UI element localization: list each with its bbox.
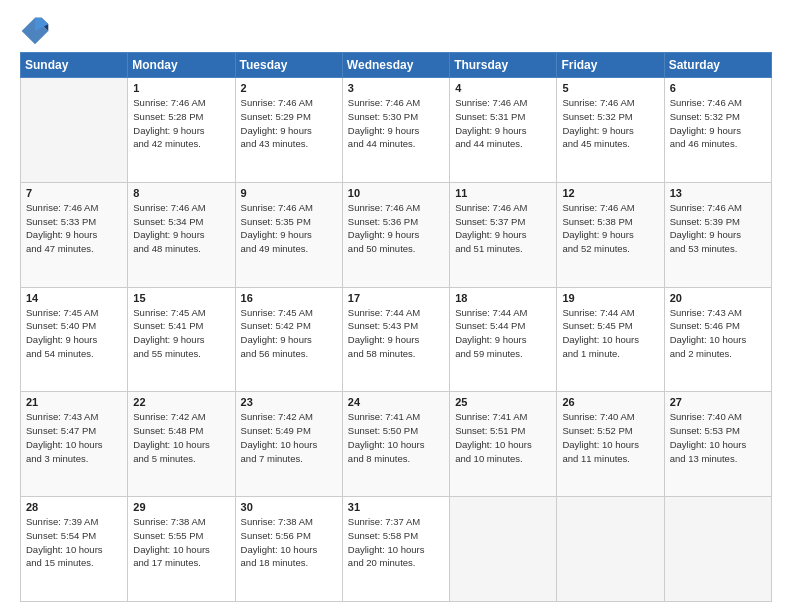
day-info: Sunrise: 7:46 AMSunset: 5:35 PMDaylight:… bbox=[241, 201, 337, 256]
day-number: 20 bbox=[670, 292, 766, 304]
day-number: 6 bbox=[670, 82, 766, 94]
day-number: 11 bbox=[455, 187, 551, 199]
calendar-cell: 21Sunrise: 7:43 AMSunset: 5:47 PMDayligh… bbox=[21, 392, 128, 497]
calendar-cell: 6Sunrise: 7:46 AMSunset: 5:32 PMDaylight… bbox=[664, 78, 771, 183]
day-info: Sunrise: 7:43 AMSunset: 5:47 PMDaylight:… bbox=[26, 410, 122, 465]
day-number: 10 bbox=[348, 187, 444, 199]
day-number: 16 bbox=[241, 292, 337, 304]
day-number: 24 bbox=[348, 396, 444, 408]
calendar-cell: 12Sunrise: 7:46 AMSunset: 5:38 PMDayligh… bbox=[557, 182, 664, 287]
calendar-cell: 7Sunrise: 7:46 AMSunset: 5:33 PMDaylight… bbox=[21, 182, 128, 287]
day-info: Sunrise: 7:39 AMSunset: 5:54 PMDaylight:… bbox=[26, 515, 122, 570]
day-info: Sunrise: 7:41 AMSunset: 5:50 PMDaylight:… bbox=[348, 410, 444, 465]
calendar-cell: 17Sunrise: 7:44 AMSunset: 5:43 PMDayligh… bbox=[342, 287, 449, 392]
day-number: 27 bbox=[670, 396, 766, 408]
week-row-1: 7Sunrise: 7:46 AMSunset: 5:33 PMDaylight… bbox=[21, 182, 772, 287]
day-info: Sunrise: 7:38 AMSunset: 5:55 PMDaylight:… bbox=[133, 515, 229, 570]
calendar-cell bbox=[557, 497, 664, 602]
day-info: Sunrise: 7:44 AMSunset: 5:44 PMDaylight:… bbox=[455, 306, 551, 361]
day-info: Sunrise: 7:46 AMSunset: 5:32 PMDaylight:… bbox=[670, 96, 766, 151]
calendar-cell: 19Sunrise: 7:44 AMSunset: 5:45 PMDayligh… bbox=[557, 287, 664, 392]
calendar-cell: 22Sunrise: 7:42 AMSunset: 5:48 PMDayligh… bbox=[128, 392, 235, 497]
col-header-tuesday: Tuesday bbox=[235, 53, 342, 78]
col-header-thursday: Thursday bbox=[450, 53, 557, 78]
logo bbox=[20, 16, 54, 46]
header bbox=[20, 16, 772, 46]
day-number: 1 bbox=[133, 82, 229, 94]
calendar-cell: 13Sunrise: 7:46 AMSunset: 5:39 PMDayligh… bbox=[664, 182, 771, 287]
day-info: Sunrise: 7:46 AMSunset: 5:31 PMDaylight:… bbox=[455, 96, 551, 151]
calendar-cell: 5Sunrise: 7:46 AMSunset: 5:32 PMDaylight… bbox=[557, 78, 664, 183]
day-number: 19 bbox=[562, 292, 658, 304]
col-header-wednesday: Wednesday bbox=[342, 53, 449, 78]
header-row: SundayMondayTuesdayWednesdayThursdayFrid… bbox=[21, 53, 772, 78]
day-info: Sunrise: 7:46 AMSunset: 5:36 PMDaylight:… bbox=[348, 201, 444, 256]
day-info: Sunrise: 7:45 AMSunset: 5:42 PMDaylight:… bbox=[241, 306, 337, 361]
day-info: Sunrise: 7:40 AMSunset: 5:52 PMDaylight:… bbox=[562, 410, 658, 465]
calendar-cell: 2Sunrise: 7:46 AMSunset: 5:29 PMDaylight… bbox=[235, 78, 342, 183]
day-info: Sunrise: 7:38 AMSunset: 5:56 PMDaylight:… bbox=[241, 515, 337, 570]
day-info: Sunrise: 7:46 AMSunset: 5:30 PMDaylight:… bbox=[348, 96, 444, 151]
day-number: 17 bbox=[348, 292, 444, 304]
day-number: 18 bbox=[455, 292, 551, 304]
calendar-cell: 18Sunrise: 7:44 AMSunset: 5:44 PMDayligh… bbox=[450, 287, 557, 392]
calendar-cell: 24Sunrise: 7:41 AMSunset: 5:50 PMDayligh… bbox=[342, 392, 449, 497]
day-info: Sunrise: 7:46 AMSunset: 5:39 PMDaylight:… bbox=[670, 201, 766, 256]
calendar-cell: 4Sunrise: 7:46 AMSunset: 5:31 PMDaylight… bbox=[450, 78, 557, 183]
calendar-cell: 3Sunrise: 7:46 AMSunset: 5:30 PMDaylight… bbox=[342, 78, 449, 183]
col-header-monday: Monday bbox=[128, 53, 235, 78]
day-number: 25 bbox=[455, 396, 551, 408]
col-header-sunday: Sunday bbox=[21, 53, 128, 78]
calendar-cell: 27Sunrise: 7:40 AMSunset: 5:53 PMDayligh… bbox=[664, 392, 771, 497]
day-info: Sunrise: 7:44 AMSunset: 5:43 PMDaylight:… bbox=[348, 306, 444, 361]
day-info: Sunrise: 7:46 AMSunset: 5:33 PMDaylight:… bbox=[26, 201, 122, 256]
day-info: Sunrise: 7:45 AMSunset: 5:40 PMDaylight:… bbox=[26, 306, 122, 361]
calendar-cell bbox=[21, 78, 128, 183]
day-number: 29 bbox=[133, 501, 229, 513]
calendar-cell: 9Sunrise: 7:46 AMSunset: 5:35 PMDaylight… bbox=[235, 182, 342, 287]
day-info: Sunrise: 7:42 AMSunset: 5:49 PMDaylight:… bbox=[241, 410, 337, 465]
calendar-table: SundayMondayTuesdayWednesdayThursdayFrid… bbox=[20, 52, 772, 602]
day-number: 5 bbox=[562, 82, 658, 94]
calendar-cell: 20Sunrise: 7:43 AMSunset: 5:46 PMDayligh… bbox=[664, 287, 771, 392]
calendar-header: SundayMondayTuesdayWednesdayThursdayFrid… bbox=[21, 53, 772, 78]
calendar-cell: 25Sunrise: 7:41 AMSunset: 5:51 PMDayligh… bbox=[450, 392, 557, 497]
calendar-cell: 8Sunrise: 7:46 AMSunset: 5:34 PMDaylight… bbox=[128, 182, 235, 287]
day-number: 22 bbox=[133, 396, 229, 408]
day-number: 3 bbox=[348, 82, 444, 94]
calendar-cell: 15Sunrise: 7:45 AMSunset: 5:41 PMDayligh… bbox=[128, 287, 235, 392]
calendar-cell: 10Sunrise: 7:46 AMSunset: 5:36 PMDayligh… bbox=[342, 182, 449, 287]
calendar-cell: 14Sunrise: 7:45 AMSunset: 5:40 PMDayligh… bbox=[21, 287, 128, 392]
day-info: Sunrise: 7:46 AMSunset: 5:37 PMDaylight:… bbox=[455, 201, 551, 256]
day-info: Sunrise: 7:46 AMSunset: 5:38 PMDaylight:… bbox=[562, 201, 658, 256]
day-info: Sunrise: 7:46 AMSunset: 5:28 PMDaylight:… bbox=[133, 96, 229, 151]
day-number: 15 bbox=[133, 292, 229, 304]
calendar-cell: 16Sunrise: 7:45 AMSunset: 5:42 PMDayligh… bbox=[235, 287, 342, 392]
day-info: Sunrise: 7:46 AMSunset: 5:34 PMDaylight:… bbox=[133, 201, 229, 256]
day-info: Sunrise: 7:40 AMSunset: 5:53 PMDaylight:… bbox=[670, 410, 766, 465]
calendar-body: 1Sunrise: 7:46 AMSunset: 5:28 PMDaylight… bbox=[21, 78, 772, 602]
calendar-cell: 11Sunrise: 7:46 AMSunset: 5:37 PMDayligh… bbox=[450, 182, 557, 287]
day-number: 31 bbox=[348, 501, 444, 513]
day-number: 14 bbox=[26, 292, 122, 304]
calendar-cell: 30Sunrise: 7:38 AMSunset: 5:56 PMDayligh… bbox=[235, 497, 342, 602]
week-row-3: 21Sunrise: 7:43 AMSunset: 5:47 PMDayligh… bbox=[21, 392, 772, 497]
week-row-0: 1Sunrise: 7:46 AMSunset: 5:28 PMDaylight… bbox=[21, 78, 772, 183]
calendar-cell: 28Sunrise: 7:39 AMSunset: 5:54 PMDayligh… bbox=[21, 497, 128, 602]
calendar-cell bbox=[450, 497, 557, 602]
day-number: 28 bbox=[26, 501, 122, 513]
week-row-2: 14Sunrise: 7:45 AMSunset: 5:40 PMDayligh… bbox=[21, 287, 772, 392]
calendar-cell: 1Sunrise: 7:46 AMSunset: 5:28 PMDaylight… bbox=[128, 78, 235, 183]
day-number: 26 bbox=[562, 396, 658, 408]
day-number: 2 bbox=[241, 82, 337, 94]
logo-icon bbox=[20, 16, 50, 46]
day-number: 30 bbox=[241, 501, 337, 513]
day-info: Sunrise: 7:42 AMSunset: 5:48 PMDaylight:… bbox=[133, 410, 229, 465]
day-info: Sunrise: 7:43 AMSunset: 5:46 PMDaylight:… bbox=[670, 306, 766, 361]
page: SundayMondayTuesdayWednesdayThursdayFrid… bbox=[0, 0, 792, 612]
col-header-saturday: Saturday bbox=[664, 53, 771, 78]
day-number: 4 bbox=[455, 82, 551, 94]
day-number: 7 bbox=[26, 187, 122, 199]
day-number: 23 bbox=[241, 396, 337, 408]
calendar-cell: 23Sunrise: 7:42 AMSunset: 5:49 PMDayligh… bbox=[235, 392, 342, 497]
